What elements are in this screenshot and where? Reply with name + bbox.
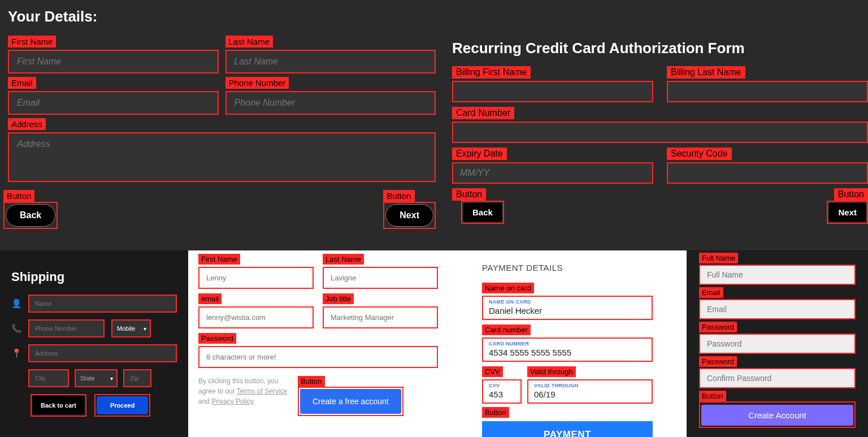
reg-pw-input[interactable] (699, 334, 856, 354)
back-btn-tag: Button (3, 190, 34, 202)
card-number-label: Card Number (452, 107, 514, 119)
acct-first-label: First Name (198, 254, 240, 265)
email-label: Email (8, 77, 36, 89)
card-next-tag: Button (834, 188, 868, 201)
cvv-tag: CVV (482, 366, 503, 377)
phone-label: Phone Number (225, 77, 289, 89)
security-code-input[interactable] (667, 162, 868, 184)
details-title: Your Details: (8, 8, 436, 25)
proceed-button[interactable]: Proceed (97, 396, 148, 414)
acct-terms-text: By clicking this button, you agree to ou… (198, 376, 289, 406)
acct-first-input[interactable] (198, 267, 314, 289)
card-title: Recurring Credit Card Authorization Form (452, 40, 868, 57)
expiry-label: Expiry Date (452, 148, 507, 160)
first-name-input[interactable] (8, 50, 219, 73)
acct-last-label: Last Name (323, 254, 364, 265)
acct-email-label: email (198, 293, 222, 304)
reg-name-label: Full Name (699, 253, 738, 263)
expiry-input[interactable] (452, 162, 653, 184)
acct-last-input[interactable] (323, 267, 438, 289)
acct-password-input[interactable] (198, 346, 438, 368)
card-back-tag: Button (452, 188, 486, 201)
shipping-title: Shipping (11, 270, 177, 284)
acct-email-input[interactable] (198, 306, 314, 328)
last-name-label: Last Name (225, 36, 274, 47)
address-label: Address (8, 118, 46, 130)
signup-panel: First Name Last Name email Job title Pas… (188, 250, 448, 437)
ship-address-input[interactable] (28, 344, 177, 362)
phone-input[interactable] (225, 91, 436, 115)
reg-btn-tag: Button (699, 391, 726, 401)
your-details-panel: Your Details: First Name Last Name Email… (0, 0, 444, 235)
privacy-link[interactable]: Privacy Policy (211, 397, 253, 405)
create-account-button[interactable]: Create Account (701, 405, 853, 426)
register-panel: Full Name Email Password Password Button… (687, 250, 868, 437)
pay-card-number-field[interactable]: CARD NUMBER 4534 5555 5555 5555 (482, 338, 653, 362)
payment-button[interactable]: PAYMENT (482, 421, 653, 437)
reg-email-input[interactable] (699, 299, 856, 319)
mobile-select[interactable]: Mobile (111, 319, 151, 338)
valid-through-field[interactable]: VALID THROUGH 06/19 (527, 379, 653, 404)
reg-name-input[interactable] (699, 265, 856, 285)
name-on-card-field[interactable]: NAME ON CARD Daniel Hecker (482, 296, 653, 320)
reg-cpw-label: Password (699, 356, 737, 367)
card-next-button[interactable]: Next (829, 203, 866, 222)
first-name-label: First Name (8, 36, 56, 47)
name-on-card-tag: Name on card (482, 283, 534, 293)
billing-first-label: Billing First Name (452, 66, 531, 79)
acct-password-label: Password (198, 333, 236, 344)
shipping-panel: Shipping 👤 📞 Mobile 📍 State Back to cart… (0, 250, 188, 437)
billing-last-label: Billing Last Name (667, 66, 745, 79)
back-button[interactable]: Back (6, 204, 55, 227)
ship-name-input[interactable] (28, 295, 177, 313)
valid-through-tag: Valid through (527, 366, 576, 377)
email-input[interactable] (8, 91, 219, 115)
payment-title: PAYMENT DETAILS (482, 263, 653, 272)
acct-job-label: Job title (323, 293, 354, 304)
acct-btn-tag: Button (298, 376, 325, 387)
state-select[interactable]: State (75, 369, 118, 387)
payment-panel: PAYMENT DETAILS Name on card NAME ON CAR… (448, 250, 687, 437)
pay-btn-tag: Button (482, 407, 509, 418)
back-to-cart-button[interactable]: Back to cart (33, 396, 84, 414)
zip-input[interactable] (123, 369, 151, 387)
card-back-button[interactable]: Back (463, 203, 502, 222)
cvv-field[interactable]: CVV 453 (482, 379, 522, 404)
last-name-input[interactable] (225, 50, 436, 73)
next-button[interactable]: Next (385, 204, 433, 227)
location-icon: 📍 (11, 348, 21, 358)
security-code-label: Security Code (667, 148, 732, 160)
billing-last-input[interactable] (667, 81, 868, 102)
card-number-tag: Card number (482, 324, 531, 335)
user-icon: 👤 (11, 298, 21, 309)
ship-phone-input[interactable] (28, 319, 105, 338)
card-number-input[interactable] (452, 122, 868, 143)
card-auth-panel: Recurring Credit Card Authorization Form… (452, 0, 868, 235)
next-btn-tag: Button (383, 190, 414, 202)
address-input[interactable] (8, 132, 436, 182)
tos-link[interactable]: Terms of Service (237, 387, 287, 395)
reg-cpw-input[interactable] (699, 368, 856, 388)
acct-job-input[interactable] (323, 306, 438, 328)
create-free-account-button[interactable]: Create a free account (300, 389, 401, 414)
reg-email-label: Email (699, 287, 723, 298)
city-input[interactable] (28, 369, 69, 387)
reg-pw-label: Password (699, 322, 737, 332)
phone-icon: 📞 (11, 323, 21, 334)
billing-first-input[interactable] (452, 81, 653, 102)
